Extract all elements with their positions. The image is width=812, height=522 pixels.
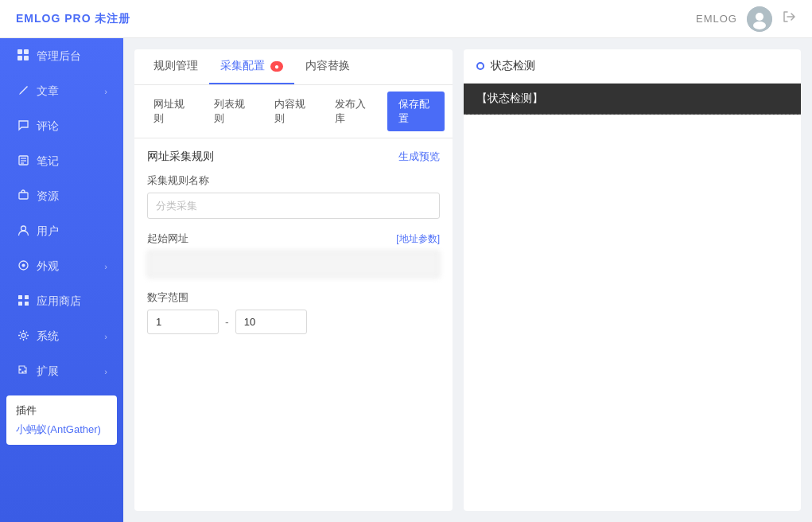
tab-content-rule[interactable]: 内容规则 [263,92,321,131]
svg-point-19 [21,333,25,337]
svg-rect-17 [18,302,22,306]
topbar-logo: EMLOG PRO 未注册 [16,12,130,26]
rule-name-input[interactable] [147,193,440,219]
sidebar-item-note[interactable]: 笔记 [0,144,123,179]
range-dash: - [225,316,229,329]
layout: 管理后台 文章 › 评论 [0,38,812,522]
svg-rect-3 [17,49,22,54]
topbar-right: EMLOG [696,6,796,32]
tabs-row-1: 规则管理 采集配置 ● 内容替换 [134,49,453,85]
form-group-start-url: 起始网址 [地址参数] [147,232,440,278]
sidebar-item-user-label: 用户 [37,224,107,239]
resource-icon [16,189,30,204]
sidebar-plugin-link[interactable]: 小蚂蚁(AntGather) [16,423,107,437]
form-group-rule-name: 采集规则名称 [147,173,440,219]
sidebar-plugin-title: 插件 [16,403,107,418]
tab-list-rule[interactable]: 列表规则 [203,92,260,131]
user-icon [16,224,30,239]
extend-arrow-icon: › [104,367,107,376]
right-panel-body: 【状态检测】 [464,84,801,511]
sidebar-item-article[interactable]: 文章 › [0,74,123,109]
svg-point-1 [756,13,763,21]
svg-rect-5 [17,56,22,60]
sidebar-item-article-label: 文章 [37,84,98,99]
sidebar-item-theme-label: 外观 [37,259,98,274]
main-content: 规则管理 采集配置 ● 内容替换 网址规则 列表规则 内容 [123,38,812,522]
svg-rect-15 [18,295,22,299]
address-params-link[interactable]: [地址参数] [396,232,440,246]
range-from-input[interactable] [147,310,219,334]
range-to-input[interactable] [235,310,307,334]
tabs-row-2: 网址规则 列表规则 内容规则 发布入库 保存配置 [134,85,453,138]
sidebar: 管理后台 文章 › 评论 [0,38,123,522]
rule-name-label: 采集规则名称 [147,173,440,188]
article-arrow-icon: › [104,87,107,96]
right-panel-title: 状态检测 [491,59,535,73]
sidebar-item-resource-label: 资源 [37,189,107,204]
theme-arrow-icon: › [104,262,107,271]
svg-rect-18 [25,302,29,306]
sidebar-item-user[interactable]: 用户 [0,214,123,249]
svg-rect-16 [25,295,29,299]
sidebar-item-appstore[interactable]: 应用商店 [0,284,123,319]
system-arrow-icon: › [104,332,107,341]
topbar: EMLOG PRO 未注册 EMLOG [0,0,812,38]
sidebar-item-extend-label: 扩展 [37,364,98,379]
tab-collect-config[interactable]: 采集配置 ● [209,49,294,84]
form-section-title: 网址采集规则 生成预览 [147,150,440,164]
svg-rect-6 [24,56,29,60]
status-dot-icon [476,62,484,70]
generate-preview-link[interactable]: 生成预览 [398,150,440,164]
system-icon [16,329,30,344]
note-icon [16,154,30,169]
sidebar-item-dashboard-label: 管理后台 [37,49,107,64]
left-panel: 规则管理 采集配置 ● 内容替换 网址规则 列表规则 内容 [134,49,453,511]
sidebar-item-comment-label: 评论 [37,119,107,134]
tab-content-replace[interactable]: 内容替换 [294,49,361,84]
sidebar-item-comment[interactable]: 评论 [0,109,123,144]
sidebar-item-extend[interactable]: 扩展 › [0,354,123,389]
svg-rect-11 [19,193,28,199]
form-group-range: 数字范围 - [147,290,440,334]
svg-rect-4 [24,49,29,54]
start-url-input[interactable] [147,251,440,278]
theme-icon [16,259,30,274]
topbar-username: EMLOG [696,13,737,25]
sidebar-item-theme[interactable]: 外观 › [0,249,123,284]
comment-icon [16,119,30,134]
range-label: 数字范围 [147,290,440,305]
sidebar-item-appstore-label: 应用商店 [37,294,107,309]
sidebar-item-dashboard[interactable]: 管理后台 [0,38,123,74]
tab-rule-manage[interactable]: 规则管理 [142,49,209,84]
status-item: 【状态检测】 [464,84,801,115]
sidebar-item-note-label: 笔记 [37,154,107,169]
start-url-label: 起始网址 [地址参数] [147,232,440,246]
svg-point-14 [21,264,25,267]
right-panel: 状态检测 【状态检测】 [464,49,801,511]
right-panel-header: 状态检测 [464,49,801,84]
appstore-icon [16,294,30,309]
collect-config-badge: ● [270,61,283,72]
logout-icon[interactable] [782,10,796,28]
article-icon [16,84,30,99]
tab-save-config[interactable]: 保存配置 [387,92,445,131]
svg-point-2 [753,21,766,29]
sidebar-item-system-label: 系统 [37,329,98,344]
tab-url-rule[interactable]: 网址规则 [142,92,200,131]
range-row: - [147,310,440,334]
avatar[interactable] [747,6,772,32]
sidebar-item-system[interactable]: 系统 › [0,319,123,354]
extend-icon [16,364,30,379]
tab-publish[interactable]: 发布入库 [324,92,381,131]
svg-point-12 [21,226,25,231]
dashboard-icon [16,49,30,64]
sidebar-item-resource[interactable]: 资源 [0,179,123,214]
form-area: 网址采集规则 生成预览 采集规则名称 起始网址 [地址参数] [134,138,453,511]
sidebar-plugin-box: 插件 小蚂蚁(AntGather) [6,395,117,445]
